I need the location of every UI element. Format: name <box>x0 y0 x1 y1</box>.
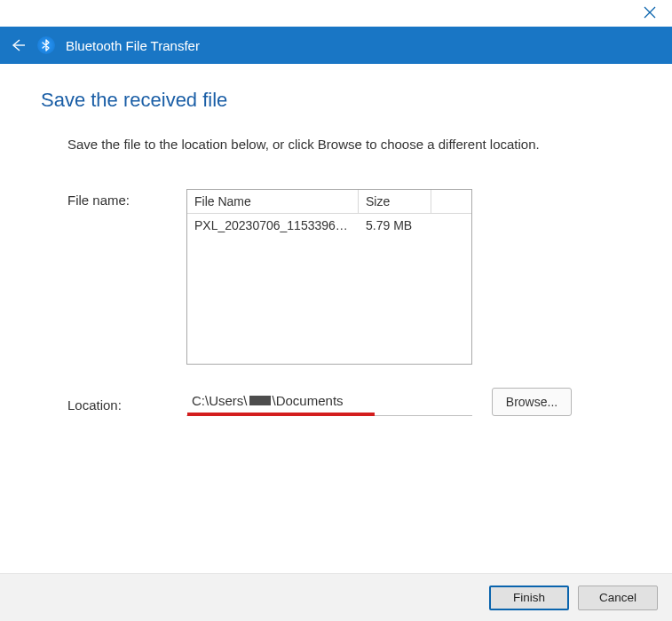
wizard-footer: Finish Cancel <box>0 573 672 621</box>
location-label: Location: <box>67 392 186 413</box>
wizard-header: Bluetooth File Transfer <box>0 27 672 64</box>
content-area: Save the received file Save the file to … <box>0 64 672 416</box>
location-prefix: C:\Users\ <box>192 393 248 408</box>
location-suffix: \Documents <box>273 393 344 408</box>
column-header-size[interactable]: Size <box>359 190 431 213</box>
file-cell-name: PXL_20230706_115339693.... <box>187 214 359 237</box>
column-header-name[interactable]: File Name <box>187 190 359 213</box>
file-list[interactable]: File Name Size PXL_20230706_115339693...… <box>186 189 472 365</box>
location-row: Location: C:\Users\ \Documents Browse... <box>67 388 631 416</box>
redacted-username <box>249 396 271 405</box>
location-input[interactable]: C:\Users\ \Documents <box>186 388 472 416</box>
back-arrow-icon[interactable] <box>9 36 27 54</box>
page-heading: Save the received file <box>41 89 631 112</box>
file-name-row: File name: File Name Size PXL_20230706_1… <box>67 189 631 365</box>
browse-button[interactable]: Browse... <box>492 388 572 416</box>
finish-button[interactable]: Finish <box>489 586 569 610</box>
annotation-underline <box>187 413 375 416</box>
file-list-header: File Name Size <box>187 190 471 214</box>
file-cell-size: 5.79 MB <box>359 214 431 237</box>
instruction-text: Save the file to the location below, or … <box>67 137 631 152</box>
close-icon[interactable] <box>644 6 656 21</box>
table-row[interactable]: PXL_20230706_115339693.... 5.79 MB <box>187 214 471 237</box>
file-name-label: File name: <box>67 189 186 208</box>
titlebar <box>0 0 672 27</box>
cancel-button[interactable]: Cancel <box>578 586 658 610</box>
bluetooth-icon <box>37 36 55 54</box>
column-header-end <box>431 190 471 213</box>
window-title: Bluetooth File Transfer <box>66 38 200 53</box>
